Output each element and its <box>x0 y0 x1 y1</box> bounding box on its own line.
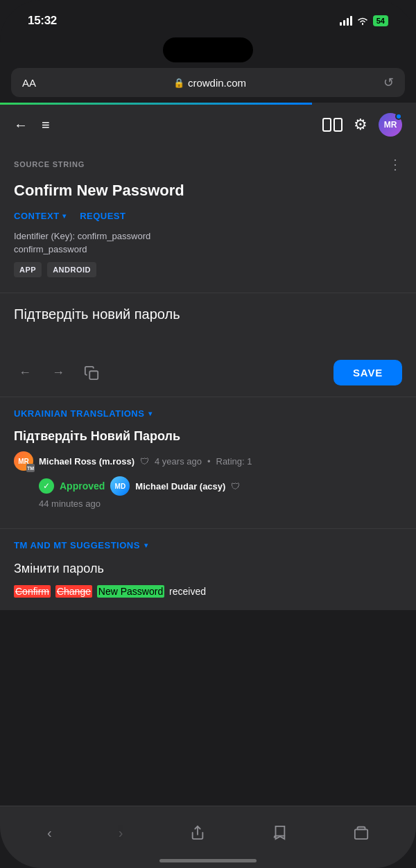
tm-badge: TM <box>26 464 35 472</box>
suggestions-toggle[interactable]: TM AND MT SUGGESTIONS ▾ <box>14 540 402 550</box>
source-string-section: SOURCE STRING ⋮ Confirm New Password CON… <box>0 145 416 293</box>
identifier-text: Identifier (Key): confirm_password <box>14 229 402 243</box>
status-time: 15:32 <box>28 14 57 28</box>
settings-icon[interactable]: ⚙ <box>354 116 367 134</box>
context-tabs: CONTEXT ▾ REQUEST <box>14 211 402 221</box>
translation-input-section: Підтвердіть новий пароль ← → SAVE <box>0 293 416 397</box>
translation-input[interactable]: Підтвердіть новий пароль <box>14 304 402 346</box>
suggestions-section: TM AND MT SUGGESTIONS ▾ Змінити пароль C… <box>0 529 416 610</box>
key-text: confirm_password <box>14 243 402 257</box>
prev-string-button[interactable]: ← <box>14 362 36 384</box>
ukrainian-translations-toggle[interactable]: UKRAINIAN TRANSLATIONS ▾ <box>14 408 402 419</box>
home-indicator <box>159 859 257 862</box>
menu-button[interactable]: ≡ <box>42 117 50 133</box>
suggestions-dropdown-arrow: ▾ <box>144 541 148 549</box>
tabs-button[interactable] <box>354 825 369 840</box>
notification-dot <box>395 113 402 120</box>
suggestions-label: TM AND MT SUGGESTIONS <box>14 540 140 550</box>
verified-icon: 🛡 <box>140 456 149 467</box>
browser-toolbar: ← ≡ ⚙ MR <box>0 105 416 145</box>
approver-avatar: MD <box>110 476 130 496</box>
bookmarks-button[interactable] <box>272 825 287 840</box>
translation-item-text: Підтвердіть Новий Пароль <box>14 428 402 444</box>
added-text: New Password <box>97 585 164 598</box>
removed-text-2: Change <box>55 585 92 598</box>
browser-bar: AA 🔒 crowdin.com ↺ <box>11 68 405 97</box>
suggestion-diff: Confirm Change New Password received <box>14 584 402 599</box>
translation-item: Підтвердіть Новий Пароль MR TM Michael R… <box>14 428 402 509</box>
source-string-text: Confirm New Password <box>14 181 402 201</box>
copy-source-button[interactable] <box>80 362 103 384</box>
removed-text: Confirm <box>14 585 51 598</box>
tag-list: APP ANDROID <box>14 262 402 278</box>
suggestion-text: Змінити пароль <box>14 560 402 578</box>
signal-icon <box>340 16 352 26</box>
approved-label: Approved <box>60 480 105 492</box>
dot-separator: • <box>207 456 211 467</box>
wifi-icon <box>356 16 369 26</box>
approved-row: ✓ Approved MD Michael Dudar (acsy) 🛡 <box>14 476 402 496</box>
font-size-control[interactable]: AA <box>22 77 36 89</box>
source-string-label: SOURCE STRING <box>14 160 85 168</box>
translations-dropdown-arrow: ▾ <box>148 410 153 417</box>
next-string-button[interactable]: → <box>47 362 69 384</box>
svg-rect-2 <box>355 829 367 839</box>
translator-avatar: MR TM <box>14 451 33 471</box>
tag-android: ANDROID <box>47 262 96 278</box>
suggestion-main-text: Змінити пароль <box>14 562 104 575</box>
time-ago: 4 years ago <box>155 456 202 467</box>
lock-icon: 🔒 <box>173 78 184 88</box>
ukrainian-translations-section: UKRAINIAN TRANSLATIONS ▾ Підтвердіть Нов… <box>0 397 416 529</box>
rating-text: Rating: 1 <box>216 456 252 467</box>
dynamic-island <box>163 37 253 62</box>
tab-request[interactable]: REQUEST <box>80 211 125 221</box>
user-avatar[interactable]: MR <box>379 113 402 137</box>
save-button[interactable]: SAVE <box>333 360 402 385</box>
split-view-icon[interactable] <box>322 118 343 132</box>
approver-verified-icon: 🛡 <box>231 481 240 492</box>
browser-bottom-bar: ‹ › <box>0 806 416 868</box>
ukrainian-translations-label: UKRAINIAN TRANSLATIONS <box>14 408 144 419</box>
approver-name: Michael Dudar (acsy) <box>135 481 225 492</box>
translator-name: Michael Ross (m.ross) <box>39 456 135 467</box>
suffix-text: received <box>169 586 206 597</box>
url-text[interactable]: crowdin.com <box>188 77 246 89</box>
approved-time: 44 minutes ago <box>14 498 402 509</box>
reload-button[interactable]: ↺ <box>383 75 394 90</box>
back-button[interactable]: ← <box>14 117 28 133</box>
browser-forward-button[interactable]: › <box>119 825 123 841</box>
browser-back-button[interactable]: ‹ <box>47 825 52 841</box>
approved-check-icon: ✓ <box>39 478 54 494</box>
more-options-button[interactable]: ⋮ <box>388 156 402 173</box>
tab-context[interactable]: CONTEXT ▾ <box>14 211 66 221</box>
context-dropdown-arrow: ▾ <box>62 212 67 220</box>
tag-app: APP <box>14 262 42 278</box>
share-button[interactable] <box>190 825 205 840</box>
battery-indicator: 54 <box>373 15 388 26</box>
svg-rect-0 <box>89 371 98 379</box>
